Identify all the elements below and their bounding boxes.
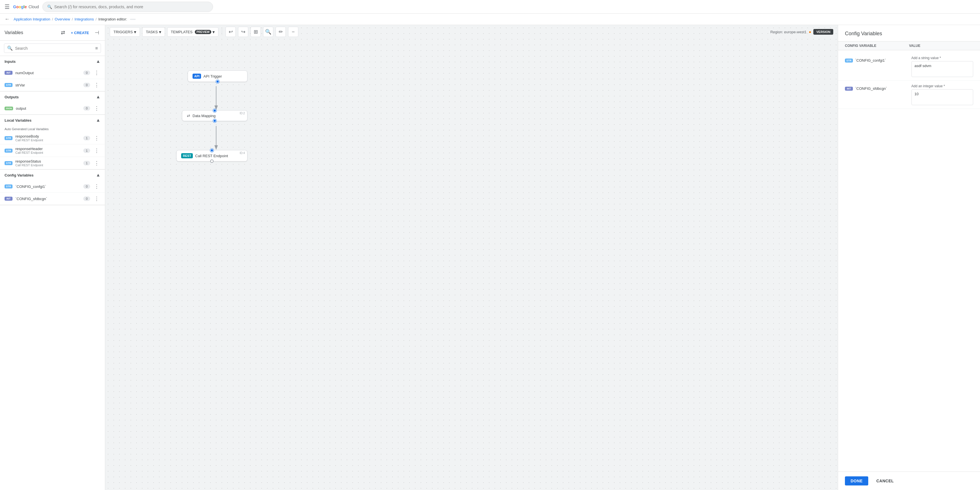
config-var-name-1: STR `CONFIG_confgi1` <box>845 56 907 62</box>
api-badge: API <box>192 74 201 79</box>
config-variables-title: Config Variables <box>5 173 96 178</box>
zoom-button[interactable]: 🔍 <box>263 27 273 37</box>
config-var-name-2: INT `CONFIG_sfdbcgn` <box>845 84 907 91</box>
api-trigger-node[interactable]: API API Trigger <box>188 70 247 82</box>
var-count: 0 <box>83 184 90 189</box>
config-value-area-1: Add a string value * asdf sdvm <box>912 56 974 77</box>
config-type-badge-int: INT <box>845 87 853 91</box>
panel-table-header: Config Variable Value <box>838 41 980 50</box>
panel-header: Config Variables <box>838 25 980 41</box>
list-item[interactable]: STR responseHeader Call REST Endpoint 1 … <box>0 144 105 157</box>
inputs-section: Inputs ▲ INT numOutput 0 ⋮ STR strVar 0 … <box>0 56 105 92</box>
local-variables-header[interactable]: Local Variables ▲ <box>0 115 105 125</box>
create-variable-button[interactable]: + CREATE <box>68 30 91 36</box>
templates-button[interactable]: TEMPLATES PREVIEW ▾ <box>167 27 218 36</box>
search-input[interactable] <box>15 46 93 51</box>
var-count: 1 <box>83 161 90 165</box>
menu-icon[interactable]: ☰ <box>5 3 10 10</box>
list-item[interactable]: INT `CONFIG_sfdbcgn` 0 ⋮ <box>0 193 105 205</box>
outputs-section-header[interactable]: Outputs ▲ <box>0 92 105 102</box>
sidebar-actions: ⇄ + CREATE ⊣ <box>60 29 100 37</box>
breadcrumb-overview[interactable]: Overview <box>55 17 70 21</box>
region-label: Region: europe-west1 <box>770 30 807 34</box>
top-bar: ☰ Google Cloud 🔍 <box>0 0 980 14</box>
breadcrumb-app-integration[interactable]: Application Integration <box>14 17 50 21</box>
var-name: output <box>16 106 81 111</box>
sidebar-collapse-icon[interactable]: ⊣ <box>94 29 100 37</box>
config-value-label-1: Add a string value * <box>912 56 974 60</box>
search-input-wrap[interactable]: 🔍 ≡ <box>4 43 101 53</box>
search-icon: 🔍 <box>47 5 52 9</box>
triggers-button[interactable]: TRIGGERS ▾ <box>110 27 140 36</box>
var-count: 0 <box>83 106 90 111</box>
list-item[interactable]: STR strVar 0 ⋮ <box>0 79 105 91</box>
status-dot: ● <box>809 30 811 34</box>
region-info: Region: europe-west1 ● VERSION <box>770 29 833 35</box>
undo-button[interactable]: ↩ <box>226 27 236 37</box>
var-count: 1 <box>83 148 90 153</box>
search-icon: 🔍 <box>7 46 13 51</box>
list-item[interactable]: STR responseBody Call REST Endpoint 1 ⋮ <box>0 132 105 144</box>
type-badge-str: STR <box>5 184 13 189</box>
paint-button[interactable]: ✏ <box>275 27 286 37</box>
filter-icon[interactable]: ≡ <box>95 46 98 51</box>
canvas-area: TRIGGERS ▾ TASKS ▾ TEMPLATES PREVIEW ▾ ↩… <box>105 25 838 490</box>
minus-button[interactable]: − <box>288 27 298 37</box>
config-var-label-1: `CONFIG_confgi1` <box>855 58 886 62</box>
var-count: 0 <box>83 70 90 75</box>
list-item[interactable]: INT numOutput 0 ⋮ <box>0 67 105 79</box>
inputs-section-header[interactable]: Inputs ▲ <box>0 56 105 67</box>
config-value-input-1[interactable]: asdf sdvm <box>912 61 974 77</box>
config-value-input-2[interactable]: 10 <box>912 89 974 105</box>
config-type-badge-str: STR <box>845 59 853 62</box>
panel-content: STR `CONFIG_confgi1` Add a string value … <box>838 50 980 471</box>
cancel-button[interactable]: CANCEL <box>872 476 898 485</box>
list-item[interactable]: JSON output 0 ⋮ <box>0 102 105 114</box>
sidebar-search-area: 🔍 ≡ <box>0 41 105 56</box>
breadcrumb: ← Application Integration / Overview / I… <box>0 14 980 25</box>
config-value-area-2: Add an integer value * 10 <box>912 84 974 105</box>
sidebar-swap-icon[interactable]: ⇄ <box>60 29 66 37</box>
var-menu-icon[interactable]: ⋮ <box>93 159 100 167</box>
canvas-toolbar: TRIGGERS ▾ TASKS ▾ TEMPLATES PREVIEW ▾ ↩… <box>105 25 838 39</box>
col-header-value: Value <box>909 44 974 48</box>
var-menu-icon[interactable]: ⋮ <box>93 69 100 76</box>
layout-button[interactable]: ⊞ <box>251 27 261 37</box>
back-button[interactable]: ← <box>5 16 10 22</box>
global-search-input[interactable] <box>54 5 208 9</box>
api-trigger-dot-bottom <box>216 80 219 83</box>
outputs-chevron: ▲ <box>96 94 100 100</box>
var-menu-icon[interactable]: ⋮ <box>93 135 100 142</box>
type-badge-json: JSON <box>5 106 13 110</box>
var-count: 0 <box>83 197 90 201</box>
var-menu-icon[interactable]: ⋮ <box>93 147 100 154</box>
data-mapping-node[interactable]: ID:2 ⇄ Data Mapping <box>182 110 247 121</box>
var-menu-icon[interactable]: ⋮ <box>93 105 100 112</box>
var-menu-icon[interactable]: ⋮ <box>93 183 100 190</box>
config-variables-header[interactable]: Config Variables ▲ <box>0 170 105 181</box>
var-name: responseStatus <box>15 159 81 163</box>
version-badge[interactable]: VERSION <box>813 29 833 35</box>
main-layout: Variables ⇄ + CREATE ⊣ 🔍 ≡ Inputs ▲ <box>0 25 980 490</box>
global-search-bar[interactable]: 🔍 <box>42 2 213 12</box>
panel-title: Config Variables <box>845 31 973 36</box>
var-name: responseHeader <box>15 147 81 151</box>
rest-endpoint-node[interactable]: ID:4 REST Call REST Endpoint <box>176 150 247 162</box>
list-item[interactable]: STR responseStatus Call REST Endpoint 1 … <box>0 157 105 170</box>
redo-button[interactable]: ↪ <box>238 27 248 37</box>
tasks-button[interactable]: TASKS ▾ <box>142 27 165 36</box>
config-row-2: INT `CONFIG_sfdbcgn` Add an integer valu… <box>838 81 980 109</box>
done-button[interactable]: DONE <box>845 476 868 485</box>
local-variables-section: Local Variables ▲ Auto Generated Local V… <box>0 115 105 170</box>
var-name: `CONFIG_confgi1` <box>15 184 81 189</box>
breadcrumb-integrations[interactable]: Integrations <box>75 17 94 21</box>
inputs-title: Inputs <box>5 59 96 63</box>
list-item[interactable]: STR `CONFIG_confgi1` 0 ⋮ <box>0 181 105 193</box>
config-variables-chevron: ▲ <box>96 173 100 178</box>
flow-container: API API Trigger ID:2 ⇄ Data Mapping ID:4… <box>105 42 838 490</box>
type-badge-str: STR <box>5 161 13 165</box>
var-menu-icon[interactable]: ⋮ <box>93 81 100 89</box>
var-name: responseBody <box>15 134 81 138</box>
inputs-chevron: ▲ <box>96 59 100 64</box>
var-menu-icon[interactable]: ⋮ <box>93 195 100 202</box>
